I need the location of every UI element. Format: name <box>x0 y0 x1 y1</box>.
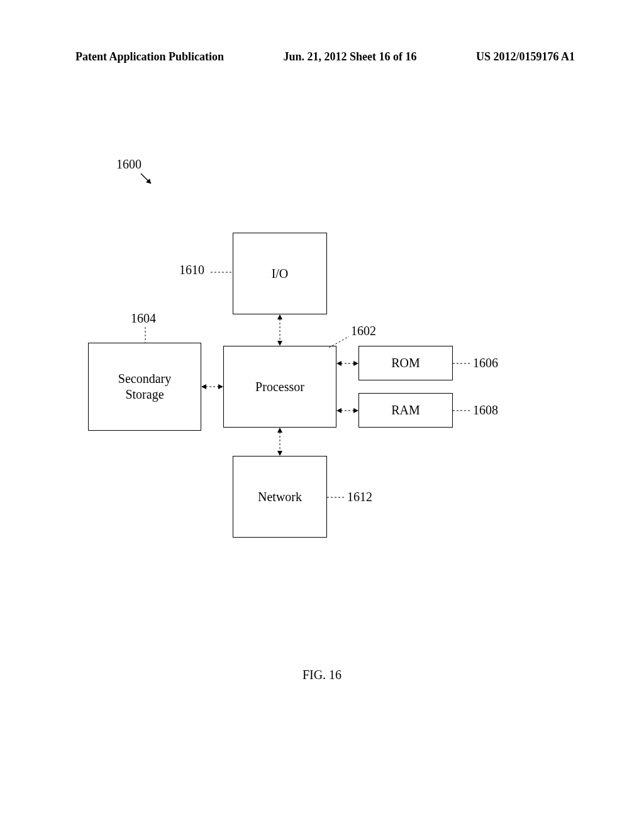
svg-marker-9 <box>336 361 341 366</box>
ref-label-1602: 1602 <box>351 324 376 338</box>
leader-line-1604 <box>142 327 148 343</box>
svg-marker-7 <box>218 384 223 389</box>
connector-secondary-processor <box>201 382 223 391</box>
connector-processor-network <box>275 428 284 456</box>
header-center: Jun. 21, 2012 Sheet 16 of 16 <box>283 50 416 64</box>
block-diagram: I/O Processor SecondaryStorage ROM RAM N… <box>88 233 528 585</box>
io-block: I/O <box>233 233 327 314</box>
header-right: US 2012/0159176 A1 <box>476 50 575 64</box>
rom-label: ROM <box>391 355 420 371</box>
processor-block: Processor <box>223 346 336 428</box>
figure-caption: FIG. 16 <box>0 668 644 682</box>
ram-label: RAM <box>391 402 420 418</box>
svg-marker-4 <box>277 341 282 346</box>
leader-line-1612 <box>327 494 345 501</box>
rom-block: ROM <box>358 346 453 380</box>
svg-marker-15 <box>277 428 282 433</box>
connector-processor-rom <box>336 359 358 368</box>
svg-marker-3 <box>277 314 282 319</box>
secondary-storage-block: SecondaryStorage <box>88 343 201 431</box>
ref-label-1600: 1600 <box>116 157 142 172</box>
ram-block: RAM <box>358 393 453 428</box>
ref-label-1608: 1608 <box>473 403 498 418</box>
ref-label-1610: 1610 <box>179 263 204 277</box>
svg-marker-12 <box>336 408 341 413</box>
header-left: Patent Application Publication <box>75 50 224 64</box>
network-label: Network <box>258 489 302 505</box>
ref-arrow-1600 <box>140 172 157 189</box>
svg-marker-6 <box>201 384 206 389</box>
ref-label-1612: 1612 <box>347 490 372 504</box>
leader-line-1602 <box>329 335 349 348</box>
network-block: Network <box>233 456 327 538</box>
secondary-storage-label: SecondaryStorage <box>118 371 171 402</box>
io-label: I/O <box>272 266 289 282</box>
ref-label-1606: 1606 <box>473 356 498 370</box>
connector-processor-ram <box>336 406 358 415</box>
leader-line-1610 <box>211 269 233 275</box>
page-header: Patent Application Publication Jun. 21, … <box>0 50 644 64</box>
svg-marker-16 <box>277 451 282 456</box>
connector-io-processor <box>275 314 284 346</box>
svg-line-19 <box>329 336 349 348</box>
leader-line-1606 <box>453 360 470 367</box>
svg-marker-13 <box>353 408 358 413</box>
ref-label-1604: 1604 <box>131 311 156 326</box>
processor-label: Processor <box>255 379 304 395</box>
svg-marker-10 <box>353 361 358 366</box>
leader-line-1608 <box>453 407 470 414</box>
